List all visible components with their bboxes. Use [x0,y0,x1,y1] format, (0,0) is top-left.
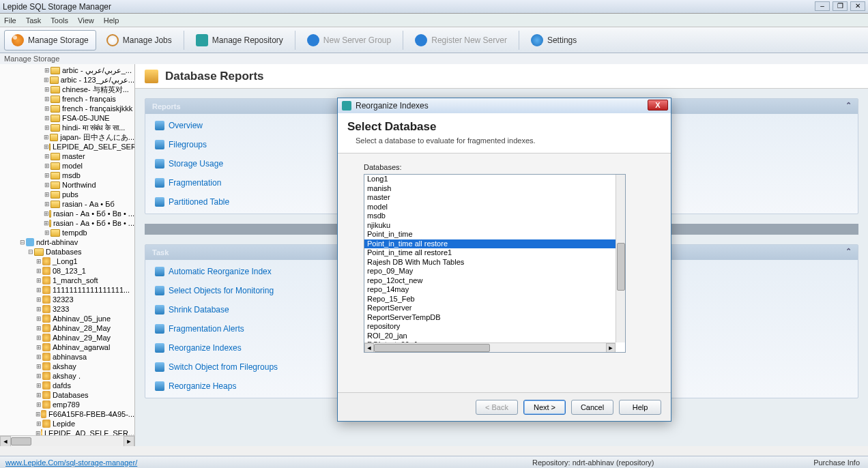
tree-databases-folder[interactable]: ⊟Databases [0,247,134,257]
expander-icon[interactable]: ⊞ [35,287,42,293]
tree-database-item[interactable]: ⊞rasian - Аа • Бб [0,199,134,209]
database-list-item[interactable]: Point_in_time all restore1 [364,248,616,258]
listbox-horizontal-scrollbar[interactable]: ◄ ► [364,342,616,352]
listbox-vertical-scrollbar[interactable] [616,175,625,342]
expander-icon[interactable]: ⊞ [35,315,42,322]
tree-database-item[interactable]: ⊞08_123_1 [0,266,134,276]
vscroll-thumb[interactable] [617,243,625,291]
vendor-link[interactable]: www.Lepide.Com/sql-storage-manager/ [0,458,143,467]
back-button[interactable]: < Back [476,400,518,415]
register-new-server-button[interactable]: Register New Server [407,30,515,50]
database-list-item[interactable]: ReportServerTempDB [364,313,616,323]
menu-task[interactable]: Task [26,16,42,25]
expander-icon[interactable]: ⊞ [44,229,50,236]
database-list-item[interactable]: Point_in_time [364,230,616,239]
database-list-item[interactable]: ROI_20_jan [364,332,616,341]
tree-database-item[interactable]: ⊞Abhinav_05_june [0,314,134,323]
expander-icon[interactable]: ⊞ [35,353,42,360]
expander-icon[interactable]: ⊞ [44,181,50,188]
tree-database-item[interactable]: ⊞french - françaiskjkkk [0,104,134,113]
expander-icon[interactable]: ⊞ [44,191,50,198]
collapse-icon[interactable]: ⌃ [843,247,854,257]
database-list-item[interactable]: Repo_15_Feb [364,295,616,304]
database-list-item[interactable]: repository [364,322,616,332]
tree-database-item[interactable]: ⊞Lepide [0,419,134,428]
tree-database-item[interactable]: ⊞LEPIDE_AD_SELF_SER... [0,142,134,151]
expander-icon[interactable]: ⊞ [35,306,42,312]
tree-database-item[interactable]: ⊞_Long1 [0,257,134,266]
expander-icon[interactable]: ⊞ [44,201,50,207]
database-list-item[interactable]: Long1 [364,175,616,184]
manage-jobs-button[interactable]: Manage Jobs [99,30,179,50]
tree-database-item[interactable]: ⊞tempdb [0,228,134,237]
tree-database-item[interactable]: ⊞akshay [0,362,134,371]
database-list-item[interactable]: msdb [364,211,616,221]
tree-database-item[interactable]: ⊞model [0,161,134,171]
tree-database-item[interactable]: ⊞1_march_soft [0,276,134,285]
scroll-left-arrow[interactable]: ◄ [0,436,11,446]
tree-server-item[interactable]: ⊟ndrt-abhinav [0,237,134,247]
purchase-info-link[interactable]: Purchase Info [813,458,860,467]
database-list-item[interactable]: njikuku [364,221,616,231]
database-list-item[interactable]: repo_12oct_new [364,276,616,286]
tree-horizontal-scrollbar[interactable]: ◄ ► [0,435,134,446]
tree[interactable]: ⊞arbic - عربي/عربي_...⊞arbic - 123_عربي/… [0,64,134,435]
menu-help[interactable]: Help [104,16,119,25]
tree-database-item[interactable]: ⊞pubs [0,190,134,199]
tree-database-item[interactable]: ⊞11111111111111111... [0,285,134,295]
help-button[interactable]: Help [619,400,661,415]
tree-database-item[interactable]: ⊞Databases [0,390,134,400]
expander-icon[interactable]: ⊞ [44,210,49,217]
expander-icon[interactable]: ⊞ [44,124,50,131]
expander-icon[interactable]: ⊞ [44,115,50,121]
databases-listbox[interactable]: Long1manishmastermodelmsdbnjikukuPoint_i… [364,174,626,353]
tree-database-item[interactable]: ⊞Abhinav_28_May [0,323,134,333]
menu-tools[interactable]: Tools [50,16,68,25]
hscroll-right-arrow[interactable]: ► [606,343,616,353]
expander-icon[interactable]: ⊞ [44,143,49,150]
database-list-item[interactable]: Rajesh DB With Much Tables [364,258,616,267]
manage-storage-button[interactable]: Manage Storage [4,30,96,50]
menu-file[interactable]: File [4,16,16,25]
expander-icon[interactable]: ⊞ [35,401,42,408]
tree-database-item[interactable]: ⊞rasian - Аа • Бб • Вв • ... [0,209,134,218]
tree-database-item[interactable]: ⊞3233 [0,304,134,314]
expander-icon[interactable]: ⊞ [35,334,42,341]
database-list-item[interactable]: repo_14may [364,285,616,295]
expander-icon[interactable]: ⊞ [44,96,50,102]
maximize-button[interactable]: ❐ [833,1,848,11]
expander-icon[interactable]: ⊞ [44,162,50,169]
database-list-item[interactable]: manish [364,184,616,194]
tree-database-item[interactable]: ⊞dafds [0,381,134,390]
minimize-button[interactable]: – [815,1,830,11]
expander-icon[interactable]: ⊞ [35,372,42,379]
tree-database-item[interactable]: ⊞Northwind [0,180,134,190]
tree-database-item[interactable]: ⊞F66A15F8-FBEB-4A95-... [0,409,134,419]
tree-database-item[interactable]: ⊞arbic - 123_عربي/عر... [0,75,134,85]
expander-icon[interactable]: ⊞ [44,153,50,160]
cancel-button[interactable]: Cancel [571,400,613,415]
tree-database-item[interactable]: ⊞Abhinav_agarwal [0,342,134,352]
tree-database-item[interactable]: ⊞hindi- मा संबंध के सा... [0,123,134,132]
dialog-titlebar[interactable]: Reorganize Indexes X [338,98,671,113]
expander-icon[interactable]: ⊞ [35,258,42,265]
expander-icon[interactable]: ⊞ [44,67,50,74]
tree-database-item[interactable]: ⊞LEPIDE_AD_SELF_SER... [0,428,134,435]
expander-icon[interactable]: ⊞ [44,105,50,112]
hscroll-thumb[interactable] [374,344,490,352]
expander-icon[interactable]: ⊟ [19,239,26,246]
expander-icon[interactable]: ⊞ [44,86,50,93]
settings-button[interactable]: Settings [523,30,584,50]
tree-database-item[interactable]: ⊞rasian - Аа • Бб • Вв • ... [0,218,134,228]
dialog-close-button[interactable]: X [648,100,668,111]
expander-icon[interactable]: ⊞ [35,277,42,284]
expander-icon[interactable]: ⊞ [35,344,42,351]
tree-database-item[interactable]: ⊞master [0,151,134,161]
database-list-item[interactable]: master [364,193,616,203]
hscroll-left-arrow[interactable]: ◄ [364,343,374,353]
scroll-right-arrow[interactable]: ► [124,436,134,446]
expander-icon[interactable]: ⊞ [35,382,42,389]
expander-icon[interactable]: ⊟ [27,248,34,255]
close-button[interactable]: ✕ [850,1,865,11]
expander-icon[interactable]: ⊞ [35,411,41,418]
